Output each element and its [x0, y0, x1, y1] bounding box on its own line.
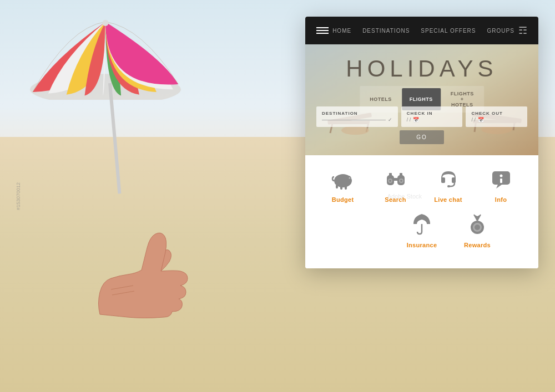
nav-bar: HOME DESTINATIONS SPECIAL OFFERS GROUPS …: [305, 17, 538, 44]
icons-row-1: Budget Search: [316, 169, 527, 212]
nav-special-offers[interactable]: SPECIAL OFFERS: [421, 28, 476, 34]
hero-section: HOLIDAYS HOTELS FLIGHTS FLIGHTS + HOTELS…: [305, 44, 538, 155]
icons-row-2: Insurance Rewards: [316, 212, 527, 257]
nav-links: HOME DESTINATIONS SPECIAL OFFERS GROUPS: [332, 28, 514, 34]
checkout-value: / /: [471, 117, 476, 123]
pointing-hand: [89, 226, 200, 325]
checkout-field[interactable]: CHECK OUT / / 📅: [466, 106, 527, 127]
checkin-label: CHECK IN: [407, 111, 457, 116]
nav-destinations[interactable]: DESTINATIONS: [362, 28, 410, 34]
checkout-icon: 📅: [478, 117, 484, 123]
nav-groups[interactable]: GROUPS: [487, 28, 514, 34]
svg-point-17: [349, 177, 350, 179]
svg-point-39: [475, 225, 480, 230]
search-label: Search: [385, 196, 406, 203]
nav-home[interactable]: HOME: [332, 28, 351, 34]
svg-rect-19: [340, 186, 342, 190]
headset-icon: [437, 169, 460, 193]
medal-icon: [466, 212, 489, 238]
svg-point-30: [400, 180, 402, 182]
umbrella-icon: [410, 212, 433, 238]
piggy-bank-icon: [331, 169, 355, 193]
budget-icon-item[interactable]: Budget: [316, 169, 369, 203]
icons-section: Budget Search: [305, 155, 538, 268]
svg-point-34: [500, 175, 502, 177]
info-icon-item[interactable]: Info: [475, 169, 527, 203]
binoculars-icon: [384, 169, 407, 193]
person-icon[interactable]: ☶: [518, 24, 527, 37]
checkin-field[interactable]: CHECK IN / / 📅: [401, 106, 463, 127]
search-row: DESTINATION ✓ CHECK IN / / 📅 CHE: [316, 106, 527, 127]
live-chat-icon-item[interactable]: Live chat: [422, 169, 475, 203]
insurance-label: Insurance: [407, 242, 437, 248]
rewards-icon-item[interactable]: Rewards: [450, 212, 505, 248]
search-form: DESTINATION ✓ CHECK IN / / 📅 CHE: [316, 106, 527, 144]
svg-point-16: [346, 176, 351, 181]
info-label: Info: [495, 196, 507, 203]
rewards-label: Rewards: [464, 242, 491, 248]
info-bubble-icon: [490, 169, 513, 193]
insurance-icon-item[interactable]: Insurance: [394, 212, 450, 248]
search-icon-item[interactable]: Search: [369, 169, 422, 203]
svg-point-29: [389, 180, 391, 182]
budget-label: Budget: [332, 196, 354, 203]
svg-rect-21: [341, 175, 345, 177]
checkout-input: / / 📅: [471, 117, 522, 123]
checkin-icon: 📅: [413, 117, 419, 123]
checkout-label: CHECK OUT: [471, 111, 522, 116]
svg-marker-33: [496, 185, 502, 189]
beach-umbrella: [22, 17, 200, 172]
svg-rect-18: [336, 185, 338, 189]
svg-rect-26: [400, 173, 402, 176]
app-panel: HOME DESTINATIONS SPECIAL OFFERS GROUPS …: [305, 17, 538, 268]
menu-icon[interactable]: [316, 27, 329, 34]
svg-rect-31: [447, 185, 450, 187]
svg-rect-24: [393, 178, 398, 181]
checkin-input: / / 📅: [407, 117, 457, 123]
svg-rect-35: [500, 179, 502, 183]
checkin-value: / /: [407, 117, 411, 123]
destination-check: ✓: [388, 117, 392, 123]
svg-point-1: [102, 20, 108, 26]
svg-rect-20: [345, 186, 347, 190]
destination-label: DESTINATION: [322, 111, 392, 116]
go-button[interactable]: GO: [400, 130, 444, 144]
destination-field[interactable]: DESTINATION ✓: [316, 106, 398, 127]
live-chat-label: Live chat: [434, 196, 462, 203]
holidays-title: HOLIDAYS: [305, 55, 538, 82]
destination-input: ✓: [322, 117, 392, 123]
svg-rect-25: [389, 173, 392, 176]
